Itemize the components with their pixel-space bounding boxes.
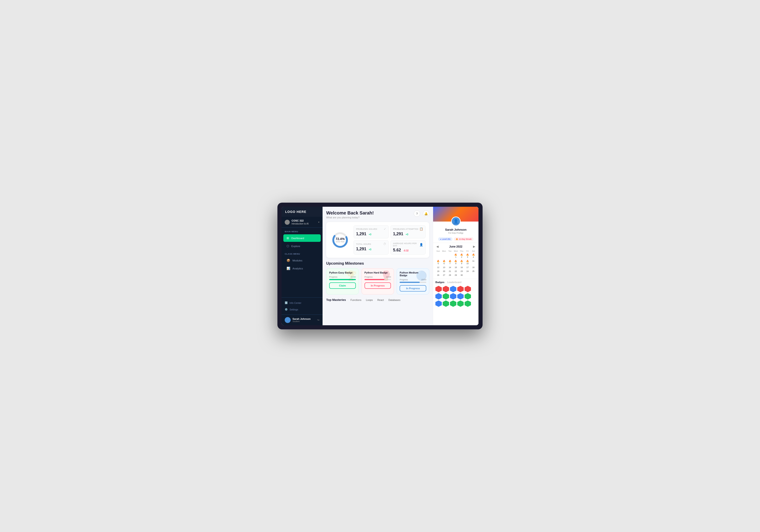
profile-avatar-wrap: 👤 — [451, 217, 461, 226]
cal-day-6[interactable]: 6 — [441, 259, 447, 265]
progress-bar-bg — [400, 282, 426, 283]
cal-day-24[interactable]: 24 — [465, 269, 470, 273]
cal-day-29[interactable]: 29 — [453, 273, 459, 277]
badge-hex — [443, 293, 449, 300]
cal-day-7[interactable]: 7 — [447, 259, 453, 265]
cal-day-12[interactable]: 12 — [435, 266, 441, 269]
cal-day-20[interactable]: 20 — [441, 269, 447, 273]
cal-day-25[interactable]: 25 — [470, 269, 476, 273]
settings-label: Settings — [290, 308, 298, 311]
sidebar-user[interactable]: Sarah Johnson Student ↪ — [281, 314, 322, 325]
milestone-claim-button[interactable]: Claim — [329, 282, 356, 289]
right-panel: 👤 Sarah Johnson For-loop Prodigy ● Level… — [433, 207, 479, 325]
progress-label: Progress — [364, 276, 373, 278]
progress-bar-fill — [400, 282, 420, 283]
profile-banner: 👤 — [433, 207, 479, 221]
dashboard-icon: ⊞ — [287, 236, 289, 240]
help-button[interactable]: ? — [414, 211, 420, 217]
calendar-prev-button[interactable]: ◀ — [435, 245, 440, 248]
streak-badge: 🔥 11-Day Streak — [454, 237, 473, 241]
sidebar-item-dashboard[interactable]: ⊞ Dashboard — [283, 234, 321, 242]
badge-hex — [457, 300, 464, 307]
solve-rate-donut: 72.4% Solve Rate — [330, 225, 350, 255]
profile-tagline: For-loop Prodigy — [435, 232, 476, 234]
cal-day-5[interactable]: 5 — [435, 259, 441, 265]
tab-leaderboard[interactable]: Leaderboard — [447, 281, 461, 284]
info-icon: ℹ️ — [285, 301, 288, 304]
sidebar-item-label: Analytics — [293, 267, 303, 270]
badges-header: Badges Leaderboard — [435, 281, 476, 284]
cal-header-thu: Thu — [459, 250, 464, 253]
cal-day-1[interactable]: 1 — [453, 253, 459, 259]
cal-day-17[interactable]: 17 — [465, 266, 470, 269]
cal-header-mon: Mon — [441, 250, 447, 253]
cal-day-11[interactable]: 11 — [470, 259, 476, 265]
sidebar-logo: LOGO HERE — [281, 207, 322, 217]
tab-badges[interactable]: Badges — [435, 281, 445, 284]
cal-header-fri: Fri — [465, 250, 470, 253]
cal-day-27[interactable]: 27 — [441, 273, 447, 277]
course-code: COSC 322 — [292, 219, 309, 222]
cal-day-22[interactable]: 22 — [453, 269, 459, 273]
sidebar-item-modules[interactable]: 📦 Modules — [283, 257, 321, 264]
milestone-inprogress-button-medium[interactable]: In Progress — [400, 285, 426, 292]
sidebar-class-selector[interactable]: COSC 322 Introduction to AI ▾ — [281, 217, 322, 228]
mastery-loops[interactable]: Loops — [366, 299, 373, 301]
cal-day-28[interactable]: 28 — [447, 273, 453, 277]
cal-day-8[interactable]: 8 — [453, 259, 459, 265]
sidebar-bottom: ℹ️ Info Center ⚙️ Settings — [281, 298, 322, 314]
cal-day-26[interactable]: 26 — [435, 273, 441, 277]
level-text: Level 251 — [442, 238, 451, 240]
fire-icon: 🔥 — [456, 238, 458, 240]
class-avatar — [285, 220, 290, 225]
logout-icon[interactable]: ↪ — [317, 318, 319, 321]
cal-day-3[interactable]: 3 — [465, 253, 470, 259]
cal-empty — [447, 253, 453, 259]
analytics-icon: 📊 — [287, 267, 290, 270]
cal-day-21[interactable]: 21 — [447, 269, 453, 273]
cal-day-14[interactable]: 14 — [447, 266, 453, 269]
badge-hex — [464, 286, 471, 292]
sidebar-item-analytics[interactable]: 📊 Analytics — [283, 265, 321, 272]
calendar-next-button[interactable]: ▶ — [472, 245, 476, 248]
milestones-row: 🏆 Python Easy Badge Progress 20/20 Claim — [326, 268, 429, 295]
stat-problems-solved: Problems Solved ✓ 1,291 +3 — [354, 225, 389, 238]
badge-bg-icon: 🥊 — [380, 270, 392, 281]
cal-empty — [465, 273, 470, 277]
badge-hex — [464, 300, 471, 307]
cal-day-16[interactable]: 16 — [459, 266, 464, 269]
stat-title: Average Hours Per Day — [393, 242, 419, 247]
badge-hex — [450, 286, 456, 292]
sidebar-item-settings[interactable]: ⚙️ Settings — [281, 306, 322, 313]
cal-day-13[interactable]: 13 — [441, 266, 447, 269]
badge-hex — [457, 286, 464, 292]
sidebar-item-explore[interactable]: ⬡ Explore — [283, 242, 321, 250]
cal-day-18[interactable]: 18 — [470, 266, 476, 269]
level-badge: ● Level 251 — [438, 237, 452, 241]
cal-day-4[interactable]: 4 — [470, 253, 476, 259]
profile-avatar: 👤 — [451, 217, 461, 226]
main-menu-label: Main Menu — [281, 228, 322, 234]
milestone-inprogress-button-hard[interactable]: In Progress — [364, 282, 391, 289]
cal-day-30[interactable]: 30 — [459, 273, 464, 277]
cal-header-wed: Wed — [453, 250, 459, 253]
cal-day-19[interactable]: 19 — [435, 269, 441, 273]
profile-badges-row: ● Level 251 🔥 11-Day Streak — [433, 237, 479, 243]
sidebar-item-label: Modules — [293, 259, 302, 262]
stat-delta: +3 — [369, 248, 371, 251]
progress-label: Progress — [400, 278, 408, 281]
calendar-section: ◀ June 2022 ▶ Sun Mon Tue Wed Thu Fri Sa… — [433, 243, 479, 279]
stat-delta-neg: -0.32 — [404, 249, 409, 252]
cal-day-10[interactable]: 10 — [465, 259, 470, 265]
mastery-functions[interactable]: Functions — [350, 299, 361, 301]
cal-day-23[interactable]: 23 — [459, 269, 464, 273]
notification-button[interactable]: 🔔 — [423, 211, 429, 217]
sidebar-item-info[interactable]: ℹ️ Info Center — [281, 300, 322, 306]
cal-day-2[interactable]: 2 — [459, 253, 464, 259]
cal-header-tue: Tue — [447, 250, 453, 253]
mastery-react[interactable]: React — [377, 299, 384, 301]
mastery-databases[interactable]: Databases — [388, 299, 401, 301]
cal-day-15[interactable]: 15 — [453, 266, 459, 269]
cal-day-9[interactable]: 9 — [459, 259, 464, 265]
masteries-row: Top Masteries Functions Loops React Data… — [326, 298, 429, 302]
